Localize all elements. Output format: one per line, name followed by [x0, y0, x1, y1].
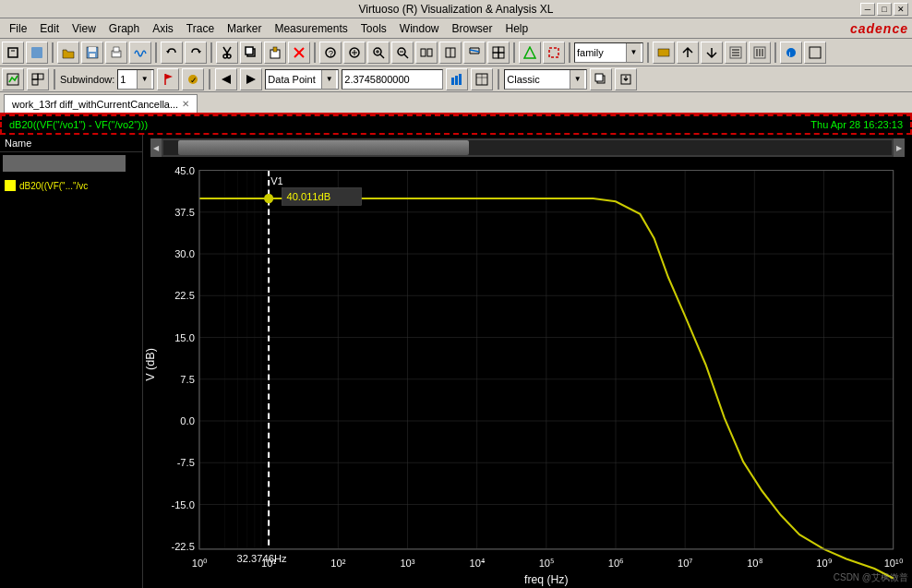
- maximize-button[interactable]: □: [877, 3, 892, 16]
- toolbar-btn-8[interactable]: [439, 42, 462, 64]
- toolbar-btn-cut[interactable]: [216, 42, 238, 64]
- menu-graph[interactable]: Graph: [103, 20, 145, 37]
- menu-axis[interactable]: Axis: [147, 20, 179, 37]
- menu-view[interactable]: View: [66, 20, 102, 37]
- tb2-btn-copy2[interactable]: [590, 68, 612, 90]
- window-title: Virtuoso (R) Visualization & Analysis XL: [359, 3, 554, 16]
- tb2-btn-1[interactable]: [2, 68, 24, 90]
- toolbar-btn-delete[interactable]: [288, 42, 310, 64]
- chart-scrollbar[interactable]: ◀ ▶: [150, 138, 905, 157]
- sidebar-item-0[interactable]: dB20((VF("..."/vc: [0, 177, 142, 194]
- toolbar-btn-redo[interactable]: [185, 42, 207, 64]
- toolbar-btn-undo[interactable]: [161, 42, 183, 64]
- menu-file[interactable]: File: [4, 20, 32, 37]
- menu-tools[interactable]: Tools: [355, 20, 392, 37]
- svg-marker-63: [222, 75, 231, 84]
- title-bar: Virtuoso (R) Visualization & Analysis XL…: [0, 0, 912, 18]
- toolbar-btn-2[interactable]: [26, 42, 48, 64]
- toolbar-sep-5: [513, 42, 515, 63]
- toolbar-btn-7[interactable]: [415, 42, 438, 64]
- tb2-btn-prev[interactable]: [215, 68, 237, 90]
- formula-label: dB20((VF("/vo1") - VF("/vo2"))): [9, 119, 148, 130]
- classic-dropdown[interactable]: Classic ▼: [504, 69, 587, 90]
- toolbar-btn-copy[interactable]: [240, 42, 262, 64]
- toolbar-btn-1[interactable]: [2, 42, 24, 64]
- toolbar-btn-15[interactable]: [701, 42, 723, 64]
- toolbar-btn-open[interactable]: [57, 42, 79, 64]
- toolbar-1: ? family ▼: [0, 39, 912, 66]
- toolbar-btn-12[interactable]: [543, 42, 565, 64]
- menu-trace[interactable]: Trace: [181, 20, 220, 37]
- svg-text:✓: ✓: [190, 76, 198, 85]
- minimize-button[interactable]: ─: [860, 3, 875, 16]
- toolbar-btn-zoom-in[interactable]: [367, 42, 390, 64]
- toolbar-btn-5[interactable]: ?: [319, 42, 342, 64]
- toolbar-btn-wave[interactable]: [129, 42, 151, 64]
- scrollbar-thumb[interactable]: [178, 140, 470, 155]
- svg-text:10³: 10³: [400, 558, 414, 569]
- sidebar-search[interactable]: [3, 155, 126, 172]
- toolbar-btn-11[interactable]: [519, 42, 541, 64]
- data-point-arrow[interactable]: ▼: [321, 70, 336, 89]
- toolbar-btn-print[interactable]: [105, 42, 127, 64]
- menu-marker[interactable]: Marker: [222, 20, 267, 37]
- toolbar-btn-9[interactable]: [463, 42, 486, 64]
- menu-browser[interactable]: Browser: [447, 20, 498, 37]
- classic-arrow[interactable]: ▼: [570, 70, 584, 89]
- sidebar: Name dB20((VF("..."/vc: [0, 135, 143, 588]
- svg-rect-2: [31, 47, 42, 58]
- toolbar-btn-save[interactable]: [81, 42, 103, 64]
- toolbar-btn-18[interactable]: i: [780, 42, 802, 64]
- subwindow-value: 1: [120, 74, 135, 85]
- menu-window[interactable]: Window: [394, 20, 445, 37]
- subwindow-arrow[interactable]: ▼: [137, 70, 151, 89]
- menu-edit[interactable]: Edit: [34, 20, 65, 37]
- svg-text:45.0: 45.0: [174, 165, 195, 176]
- toolbar-sep-3: [210, 42, 212, 63]
- toolbar-btn-zoom-out[interactable]: [391, 42, 414, 64]
- svg-text:15.0: 15.0: [174, 332, 195, 343]
- svg-text:10⁸: 10⁸: [747, 558, 762, 569]
- tb2-btn-2[interactable]: [27, 68, 49, 90]
- toolbar-sep-2: [155, 42, 157, 63]
- tb2-sep-2: [209, 69, 210, 90]
- tb2-btn-table[interactable]: [471, 68, 493, 90]
- svg-text:V (dB): V (dB): [144, 348, 157, 381]
- family-dropdown[interactable]: family ▼: [574, 42, 643, 63]
- svg-line-31: [404, 54, 408, 58]
- tab-main[interactable]: work_13rf diff_withCurrentCancella... ✕: [4, 94, 198, 113]
- tab-close-button[interactable]: ✕: [182, 99, 189, 109]
- toolbar-btn-19[interactable]: [804, 42, 826, 64]
- toolbar-btn-6[interactable]: [343, 42, 366, 64]
- svg-text:10⁶: 10⁶: [608, 558, 624, 569]
- subwindow-input[interactable]: 1 ▼: [117, 69, 154, 90]
- tb2-btn-flag[interactable]: [157, 68, 179, 90]
- toolbar-2: Subwindow: 1 ▼ ✓ Data Point ▼ 2.37458000…: [0, 66, 912, 92]
- menu-measurements[interactable]: Measurements: [269, 20, 353, 37]
- tb2-btn-chart[interactable]: [446, 68, 468, 90]
- svg-rect-8: [113, 54, 120, 56]
- family-dropdown-arrow[interactable]: ▼: [626, 43, 641, 62]
- toolbar-btn-13[interactable]: [653, 42, 675, 64]
- tb2-btn-next[interactable]: [240, 68, 262, 90]
- svg-rect-4: [89, 47, 96, 52]
- toolbar-btn-paste[interactable]: [264, 42, 286, 64]
- svg-rect-5: [90, 54, 95, 57]
- toolbar-sep-4: [314, 42, 316, 63]
- title-controls: ─ □ ✕: [860, 3, 908, 16]
- menu-help[interactable]: Help: [500, 20, 534, 37]
- scrollbar-left[interactable]: ◀: [150, 138, 162, 157]
- data-point-dropdown[interactable]: Data Point ▼: [265, 69, 339, 90]
- tb2-btn-check[interactable]: ✓: [182, 68, 204, 90]
- toolbar-btn-17[interactable]: [749, 42, 771, 64]
- data-point-value-input[interactable]: 2.3745800000: [342, 69, 443, 90]
- chart-svg-container: 45.0 37.5 30.0 22.5 15.0 7.5 0.0 -7.5 -1…: [143, 161, 912, 588]
- tb2-btn-export[interactable]: [615, 68, 637, 90]
- toolbar-btn-10[interactable]: [487, 42, 510, 64]
- toolbar-btn-14[interactable]: [677, 42, 699, 64]
- svg-rect-37: [493, 47, 498, 53]
- scrollbar-track[interactable]: [163, 140, 892, 155]
- scrollbar-right[interactable]: ▶: [894, 138, 905, 157]
- toolbar-btn-16[interactable]: [725, 42, 747, 64]
- close-button[interactable]: ✕: [894, 3, 908, 16]
